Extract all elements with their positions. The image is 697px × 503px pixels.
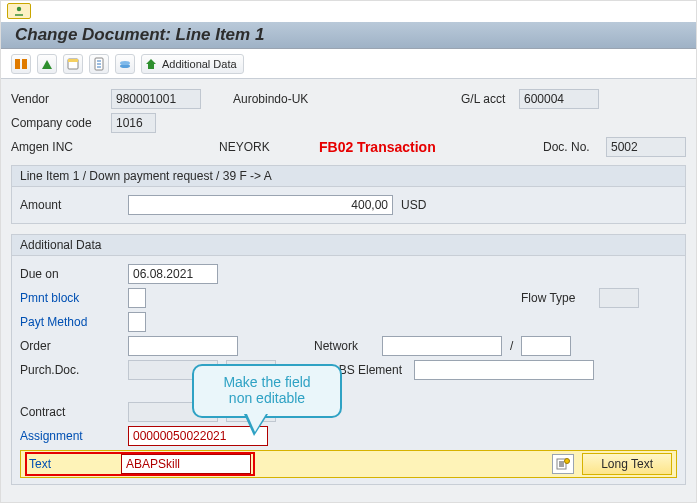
gl-label: G/L acct: [461, 92, 511, 106]
order-field[interactable]: [128, 336, 238, 356]
wbs-field[interactable]: [414, 360, 594, 380]
vendor-name: Aurobindo-UK: [233, 92, 453, 106]
callout-tail-icon: [244, 414, 268, 436]
title-bar: Change Document: Line Item 1: [1, 21, 696, 49]
overview-icon[interactable]: [37, 54, 57, 74]
additional-data-label: Additional Data: [162, 58, 237, 70]
header-icon[interactable]: [63, 54, 83, 74]
docno-value: 5002: [606, 137, 686, 157]
text-field[interactable]: ABAPSkill: [121, 454, 251, 474]
company-name: Amgen INC: [11, 140, 211, 154]
long-text-icon[interactable]: [552, 454, 574, 474]
text-row-highlight: Text ABAPSkill Long Text: [20, 450, 677, 478]
choose-icon[interactable]: [11, 54, 31, 74]
svg-rect-4: [68, 59, 78, 62]
payt-method-link[interactable]: Payt Method: [20, 315, 120, 329]
flow-type-label: Flow Type: [521, 291, 591, 305]
toolbar: Additional Data: [1, 49, 696, 79]
amount-label: Amount: [20, 198, 120, 212]
docno-label: Doc. No.: [543, 140, 598, 154]
svg-rect-2: [22, 59, 27, 69]
network-sep: /: [510, 339, 513, 353]
order-label: Order: [20, 339, 120, 353]
due-on-field[interactable]: 06.08.2021: [128, 264, 218, 284]
additional-data-panel: Additional Data Due on 06.08.2021 Pmnt b…: [11, 234, 686, 485]
text-link[interactable]: Text: [29, 457, 117, 471]
line-item-panel-title: Line Item 1 / Down payment request / 39 …: [12, 166, 685, 187]
contract-label: Contract: [20, 405, 120, 419]
flow-type-field: [599, 288, 639, 308]
amount-field[interactable]: 400,00: [128, 195, 393, 215]
callout-line2: non editable: [200, 390, 334, 406]
network-label: Network: [314, 339, 374, 353]
vendor-value: 980001001: [111, 89, 201, 109]
gl-value: 600004: [519, 89, 599, 109]
callout-line1: Make the field: [200, 374, 334, 390]
company-code-label: Company code: [11, 116, 103, 130]
svg-point-9: [565, 459, 570, 464]
pmnt-block-field[interactable]: [128, 288, 146, 308]
assignment-link[interactable]: Assignment: [20, 429, 120, 443]
payt-method-field[interactable]: [128, 312, 146, 332]
services-icon[interactable]: [115, 54, 135, 74]
pmnt-block-link[interactable]: Pmnt block: [20, 291, 120, 305]
additional-data-panel-title: Additional Data: [12, 235, 685, 256]
svg-point-7: [120, 61, 130, 65]
network-field[interactable]: [382, 336, 502, 356]
amount-currency: USD: [401, 198, 426, 212]
page-title: Change Document: Line Item 1: [15, 25, 264, 45]
transaction-annotation: FB02 Transaction: [319, 139, 436, 155]
wbs-label: BS Element: [332, 363, 406, 377]
purchdoc-label: Purch.Doc.: [20, 363, 120, 377]
svg-rect-1: [15, 59, 20, 69]
create-icon[interactable]: [89, 54, 109, 74]
line-item-panel: Line Item 1 / Down payment request / 39 …: [11, 165, 686, 224]
window-menu-icon[interactable]: [7, 3, 31, 19]
long-text-button[interactable]: Long Text: [582, 453, 672, 475]
svg-point-0: [17, 7, 21, 11]
vendor-label: Vendor: [11, 92, 103, 106]
due-on-label: Due on: [20, 267, 120, 281]
company-code-value: 1016: [111, 113, 156, 133]
network-op-field[interactable]: [521, 336, 571, 356]
long-text-button-label: Long Text: [601, 457, 653, 471]
additional-data-button[interactable]: Additional Data: [141, 54, 244, 74]
callout-annotation: Make the field non editable: [192, 364, 342, 418]
company-city: NEYORK: [219, 140, 289, 154]
